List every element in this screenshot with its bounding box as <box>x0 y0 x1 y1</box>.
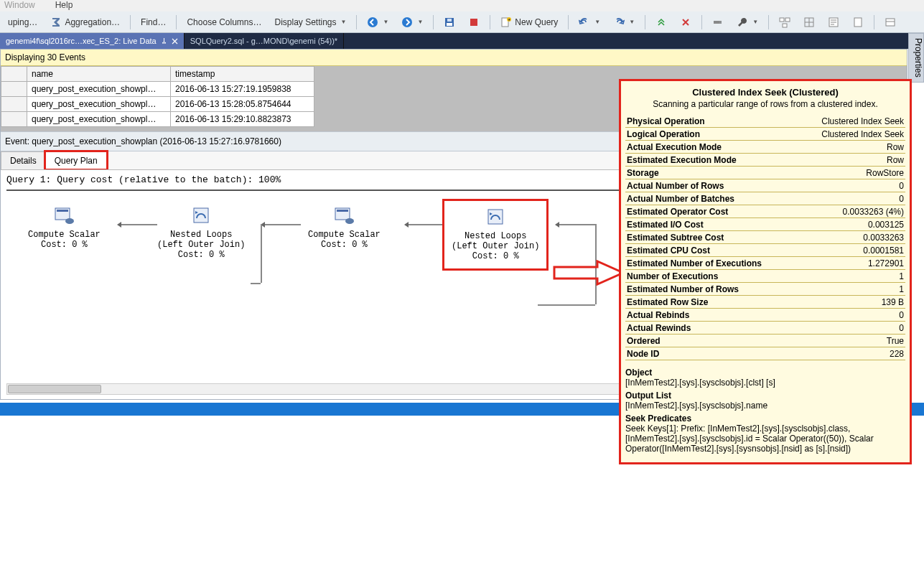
scrollbar-thumb[interactable] <box>8 385 101 393</box>
svg-rect-16 <box>886 19 895 26</box>
plan-node-nested-loops[interactable]: Nested Loops (Left Outer Join) Cost: 0 % <box>157 204 245 260</box>
options-button[interactable]: ▼ <box>732 14 763 30</box>
extra-button[interactable] <box>879 14 901 30</box>
annotation-arrow-icon <box>553 260 625 286</box>
arrow-left-circle-icon <box>367 17 378 28</box>
close-icon[interactable] <box>172 38 178 45</box>
undo-button[interactable]: ▼ <box>574 14 605 30</box>
results-grid-button[interactable] <box>798 14 820 30</box>
arrow-right-circle-icon <box>401 17 413 28</box>
tooltip-row: Node ID228 <box>625 347 905 360</box>
nav-back-button[interactable]: ▼ <box>362 14 393 30</box>
tab-label: SQLQuery2.sql - g…MOND\genemi (54))* <box>190 37 337 45</box>
col-timestamp[interactable]: timestamp <box>171 67 314 82</box>
tooltip-row: Estimated I/O Cost0.003125 <box>625 218 905 231</box>
menu-help[interactable]: Help <box>55 0 73 11</box>
compute-scalar-icon <box>52 204 75 227</box>
sigma-icon <box>50 17 62 28</box>
svg-rect-3 <box>447 23 452 26</box>
plug-icon <box>712 17 724 28</box>
results-file-button[interactable] <box>847 14 869 30</box>
choose-columns-button[interactable]: Choose Columns… <box>182 15 266 29</box>
menu-window[interactable]: Window <box>4 0 35 11</box>
aggregation-button[interactable]: Aggregation… <box>45 14 125 30</box>
tab-sqlquery2[interactable]: SQLQuery2.sql - g…MOND\genemi (54))* <box>185 33 344 49</box>
connect-button[interactable] <box>650 14 672 30</box>
cell-timestamp: 2016-06-13 15:27:19.1959838 <box>171 82 314 97</box>
operator-tooltip: Clustered Index Seek (Clustered) Scannin… <box>619 79 912 464</box>
find-button[interactable]: Find… <box>136 15 171 29</box>
col-name[interactable]: name <box>27 67 171 82</box>
tab-label: genemi4f\sql2016rc…xec_ES_2: Live Data <box>6 37 157 45</box>
svg-rect-11 <box>785 18 790 22</box>
tooltip-row: Actual Number of Batches0 <box>625 192 905 205</box>
properties-tab[interactable]: Properties <box>908 33 924 83</box>
tooltip-row: Estimated Row Size139 B <box>625 296 905 309</box>
nav-forward-button[interactable]: ▼ <box>396 14 428 30</box>
object-label: Object <box>625 368 905 378</box>
grouping-button[interactable]: uping… <box>3 15 42 29</box>
cell-timestamp: 2016-06-13 15:29:10.8823873 <box>171 112 314 127</box>
node-sub: (Left Outer Join) <box>157 240 245 250</box>
tab-details[interactable]: Details <box>1 151 46 169</box>
save-button[interactable] <box>439 14 460 30</box>
svg-rect-4 <box>447 19 452 22</box>
table-row[interactable]: query_post_execution_showpl… 2016-06-13 … <box>1 97 314 112</box>
new-query-icon: ★ <box>500 17 512 28</box>
nested-loops-icon <box>190 204 213 227</box>
node-title: Nested Loops <box>157 230 245 240</box>
tab-live-data[interactable]: genemi4f\sql2016rc…xec_ES_2: Live Data <box>0 33 185 49</box>
redo-icon <box>613 17 625 28</box>
plan-node-compute-scalar[interactable]: Compute Scalar Cost: 0 % <box>28 204 101 250</box>
svg-point-0 <box>368 17 378 27</box>
table-row[interactable]: query_post_execution_showpl… 2016-06-13 … <box>1 82 314 97</box>
events-grid[interactable]: name timestamp query_post_execution_show… <box>1 66 314 127</box>
tooltip-row: Logical OperationClustered Index Seek <box>625 128 905 141</box>
cell-timestamp: 2016-06-13 15:28:05.8754644 <box>171 97 314 112</box>
stop-button[interactable] <box>463 14 485 30</box>
node-title: Compute Scalar <box>308 230 381 240</box>
cell-name: query_post_execution_showpl… <box>27 112 171 127</box>
node-title: Compute Scalar <box>28 230 101 240</box>
node-cost: Cost: 0 % <box>157 250 245 260</box>
text-icon <box>828 17 839 28</box>
change-connection-button[interactable] <box>707 14 729 30</box>
disconnect-button[interactable] <box>675 14 696 30</box>
redo-button[interactable]: ▼ <box>608 14 640 30</box>
svg-rect-5 <box>470 19 477 26</box>
node-cost: Cost: 0 % <box>28 240 101 250</box>
svg-point-1 <box>402 17 412 27</box>
tooltip-row: Number of Executions1 <box>625 270 905 283</box>
table-row[interactable]: query_post_execution_showpl… 2016-06-13 … <box>1 112 314 127</box>
display-settings-button[interactable]: Display Settings▼ <box>269 15 351 29</box>
tooltip-row: OrderedTrue <box>625 335 905 347</box>
tooltip-row: Estimated Number of Rows1 <box>625 283 905 296</box>
node-title: Nested Loops <box>452 231 539 241</box>
tooltip-row: Actual Number of Rows0 <box>625 179 905 192</box>
undo-icon <box>579 17 590 28</box>
document-tabs: genemi4f\sql2016rc…xec_ES_2: Live Data S… <box>0 33 924 49</box>
results-text-button[interactable] <box>823 14 844 30</box>
tooltip-subtitle: Scanning a particular range of rows from… <box>625 99 905 109</box>
cell-name: query_post_execution_showpl… <box>27 82 171 97</box>
plan-node-compute-scalar-2[interactable]: Compute Scalar Cost: 0 % <box>308 204 381 250</box>
object-value: [InMemTest2].[sys].[sysclsobjs].[clst] [… <box>625 378 905 388</box>
save-icon <box>444 17 455 28</box>
file-icon <box>852 17 864 28</box>
new-query-button[interactable]: ★ New Query <box>495 14 563 30</box>
tab-query-plan[interactable]: Query Plan <box>45 151 107 169</box>
grid-icon <box>803 17 815 28</box>
tooltip-row: Estimated Operator Cost0.0033263 (4%) <box>625 205 905 218</box>
pin-icon[interactable] <box>161 38 167 45</box>
svg-rect-24 <box>488 210 503 224</box>
plan-icon <box>779 17 790 28</box>
tooltip-row: Actual Execution ModeRow <box>625 141 905 154</box>
table-icon <box>885 17 896 28</box>
tooltip-row: Estimated CPU Cost0.0001581 <box>625 244 905 257</box>
tooltip-row: Estimated Subtree Cost0.0033263 <box>625 231 905 244</box>
stop-icon <box>468 17 480 28</box>
exec-plan-button[interactable] <box>774 14 795 30</box>
svg-point-23 <box>345 218 354 224</box>
plan-node-nested-loops-highlight[interactable]: Nested Loops (Left Outer Join) Cost: 0 % <box>447 204 543 266</box>
svg-rect-15 <box>854 18 862 27</box>
